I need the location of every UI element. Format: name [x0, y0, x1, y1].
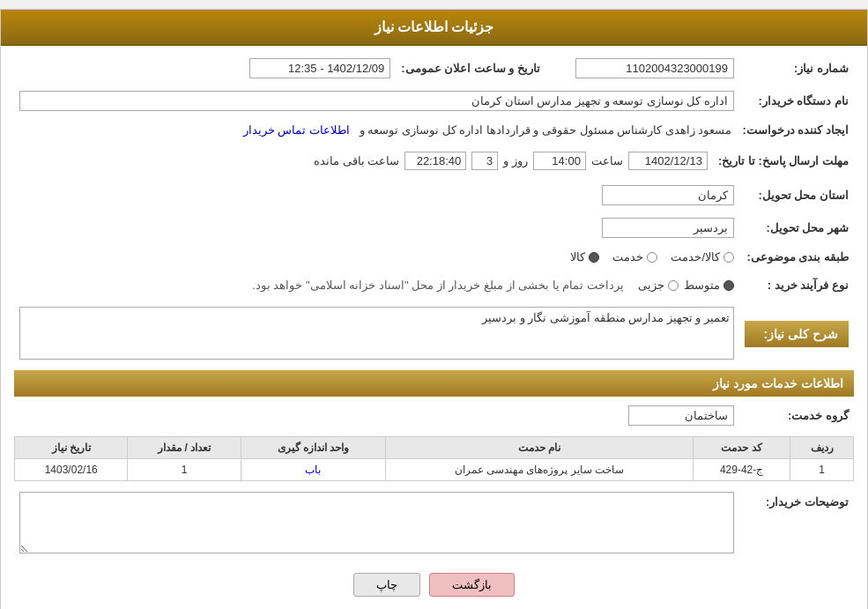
col-header-quantity: تعداد / مقدار [128, 437, 241, 459]
info-table-purchase-type: نوع فرآیند خرید : متوسط جزیی پرداخت تمام… [14, 272, 854, 298]
info-table-notes: توضیحات خریدار: [14, 488, 854, 560]
page-title: جزئیات اطلاعات نیاز [375, 19, 494, 34]
description-section-header: شرح کلی نیاز: [745, 321, 849, 347]
buyer-org-value: اداره کل نوسازی توسعه و تجهیز مدارس استا… [19, 91, 734, 111]
description-value: تعمیر و تجهیز مدارس منطقه آموزشی نگار و … [19, 307, 734, 360]
action-buttons: بازگشت چاپ [14, 573, 854, 597]
cell-unit[interactable]: باب [241, 459, 385, 481]
deadline-days: 3 [471, 152, 498, 170]
deadline-date: 1402/12/13 [628, 152, 708, 170]
category-radio-khedmat [647, 252, 657, 263]
info-table-description: شرح کلی نیاز: تعمیر و تجهیز مدارس منطقه … [14, 303, 854, 363]
buyer-org-label: نام دستگاه خریدار: [739, 87, 854, 115]
col-header-unit: واحد اندازه گیری [241, 437, 385, 459]
purchase-type-option-motavasset[interactable]: متوسط [684, 279, 734, 292]
info-table-category: طبقه بندی موضوعی: کالا/خدمت خدمت [14, 247, 854, 267]
deadline-time-label: ساعت [591, 154, 623, 167]
creator-label: ایجاد کننده درخواست: [737, 120, 854, 140]
need-number-value: 1102004323000199 [575, 58, 734, 78]
col-header-row-num: ردیف [790, 437, 854, 459]
cell-service-code: ج-42-429 [693, 459, 790, 481]
deadline-time: 14:00 [533, 152, 586, 170]
cell-service-name: ساخت سایر پروژه‌های مهندسی عمران [386, 459, 694, 481]
info-table-province: استان محل تحویل: کرمان [14, 182, 854, 209]
category-label-khedmat: خدمت [612, 250, 643, 264]
back-button[interactable]: بازگشت [429, 573, 515, 597]
creator-contact-link[interactable]: اطلاعات تماس خریدار [243, 123, 350, 137]
category-option-kala[interactable]: کالا [570, 250, 599, 264]
service-group-value: ساختمان [628, 405, 734, 426]
purchase-type-label-jozei: جزیی [638, 279, 664, 292]
buyer-notes-textarea[interactable] [19, 492, 734, 553]
purchase-type-radio-motavasset [723, 280, 734, 291]
cell-row-num: 1 [790, 459, 854, 481]
purchase-type-label-motavasset: متوسط [684, 279, 720, 292]
category-radio-kala [589, 252, 599, 263]
province-label: استان محل تحویل: [739, 182, 854, 209]
col-header-service-name: نام حدمت [386, 437, 694, 459]
deadline-remaining-label: ساعت باقی مانده [314, 154, 399, 167]
category-label-kala: کالا [570, 250, 585, 264]
deadline-label: مهلت ارسال پاسخ: تا تاریخ: [713, 145, 854, 176]
info-table-deadline: مهلت ارسال پاسخ: تا تاریخ: 1402/12/13 سا… [14, 145, 854, 176]
info-table-row1: شماره نیاز: 1102004323000199 تاریخ و ساع… [14, 55, 854, 82]
purchase-type-label: نوع فرآیند خرید : [739, 272, 854, 298]
page-header: جزئیات اطلاعات نیاز [1, 10, 867, 46]
services-section-header: اطلاعات خدمات مورد نیاز [14, 370, 854, 397]
services-table: ردیف کد حدمت نام حدمت واحد اندازه گیری ت… [14, 436, 854, 481]
city-label: شهر محل تحویل: [739, 214, 854, 241]
purchase-type-option-jozei[interactable]: جزیی [638, 279, 679, 292]
buyer-notes-label: توضیحات خریدار: [739, 488, 854, 560]
col-header-service-code: کد حدمت [693, 437, 790, 459]
info-table-row2: نام دستگاه خریدار: اداره کل نوسازی توسعه… [14, 87, 854, 115]
purchase-type-radio-jozei [668, 280, 679, 291]
deadline-days-label: روز و [503, 154, 528, 167]
announcement-date-label: تاریخ و ساعت اعلان عمومی: [396, 55, 545, 82]
cell-quantity: 1 [128, 459, 241, 481]
category-option-khedmat[interactable]: خدمت [612, 250, 657, 264]
cell-date: 1403/02/16 [15, 459, 128, 481]
table-row: 1 ج-42-429 ساخت سایر پروژه‌های مهندسی عم… [15, 459, 854, 481]
category-radio-group: کالا/خدمت خدمت کالا [19, 250, 734, 264]
info-table-city: شهر محل تحویل: بردسیر [14, 214, 854, 241]
service-group-label: گروه خدمت: [739, 402, 854, 429]
announcement-date-value: 1402/12/09 - 12:35 [249, 58, 390, 78]
col-header-date: تاریخ نیاز [15, 437, 128, 459]
print-button[interactable]: چاپ [353, 573, 420, 597]
city-value: بردسیر [602, 218, 734, 238]
category-label-kala-khedmat: کالا/خدمت [671, 250, 720, 264]
category-option-kala-khedmat[interactable]: کالا/خدمت [671, 250, 734, 264]
need-number-label: شماره نیاز: [739, 55, 854, 82]
province-value: کرمان [602, 185, 734, 205]
info-table-row3: ایجاد کننده درخواست: مسعود زاهدی کارشناس… [14, 120, 854, 140]
description-section-label-cell: شرح کلی نیاز: [739, 303, 854, 363]
info-table-service-group: گروه خدمت: ساختمان [14, 402, 854, 429]
purchase-type-note: پرداخت تمام یا بخشی از مبلغ خریدار از مح… [252, 279, 624, 292]
creator-value: مسعود زاهدی کارشناس مسئول حقوقی و قراردا… [360, 123, 732, 137]
category-radio-kala-khedmat [723, 252, 734, 263]
category-label: طبقه بندی موضوعی: [739, 247, 854, 267]
deadline-remaining: 22:18:40 [404, 152, 466, 170]
